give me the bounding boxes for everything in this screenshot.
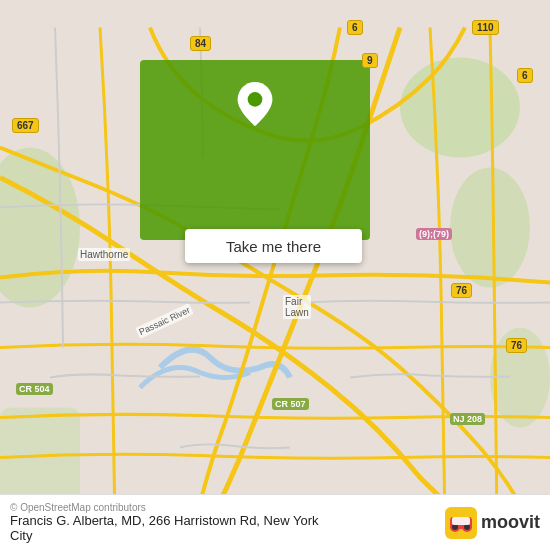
address-text: Francis G. Alberta, MD, 266 Harristown R… (10, 513, 319, 528)
route-badge-6-right: 6 (517, 68, 533, 83)
route-badge-76b: 76 (506, 338, 527, 353)
fairlawn-label: FairLawn (283, 295, 311, 319)
svg-point-1 (400, 58, 520, 158)
route-badge-9: 9 (362, 53, 378, 68)
bottom-bar: © OpenStreetMap contributors Francis G. … (0, 494, 550, 550)
map-container: Take me there Hawthorne FairLawn Passaic… (0, 0, 550, 550)
route-badge-9-79: (9);(79) (416, 228, 452, 240)
attribution-text: © OpenStreetMap contributors (10, 502, 319, 513)
route-badge-6-top: 6 (347, 20, 363, 35)
take-me-there-button[interactable]: Take me there (185, 229, 362, 263)
route-badge-84: 84 (190, 36, 211, 51)
city-text: City (10, 528, 319, 543)
route-badge-667: 667 (12, 118, 39, 133)
route-badge-76a: 76 (451, 283, 472, 298)
svg-point-2 (450, 168, 530, 288)
route-badge-cr504: CR 504 (16, 383, 53, 395)
hawthorne-label: Hawthorne (78, 248, 130, 261)
moovit-text: moovit (481, 512, 540, 533)
svg-point-6 (248, 92, 263, 107)
svg-rect-13 (452, 517, 470, 525)
moovit-logo: moovit (445, 507, 540, 539)
route-badge-110: 110 (472, 20, 499, 35)
route-badge-nj208: NJ 208 (450, 413, 485, 425)
location-pin (236, 85, 274, 123)
route-badge-cr507: CR 507 (272, 398, 309, 410)
bottom-bar-info: © OpenStreetMap contributors Francis G. … (10, 502, 319, 543)
